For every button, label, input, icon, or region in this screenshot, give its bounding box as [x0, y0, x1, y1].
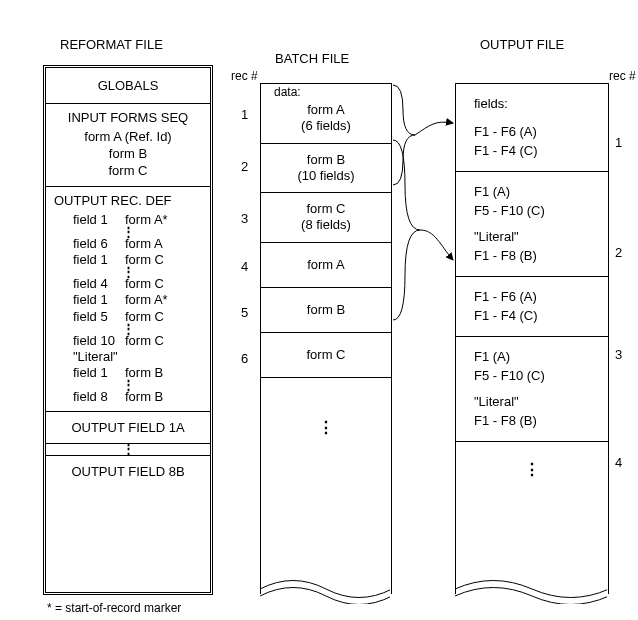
- batch-rec-label: rec #: [231, 69, 258, 83]
- batch-num: 3: [241, 211, 248, 226]
- tear-icon: [260, 574, 390, 604]
- batch-num: 4: [241, 259, 248, 274]
- vdots-icon: ⋮: [54, 381, 202, 389]
- output-title: OUTPUT FILE: [480, 37, 564, 52]
- def-row: field 8form B: [54, 389, 202, 405]
- seq-line: form B: [54, 146, 202, 163]
- output-field-8b: OUTPUT FIELD 8B: [46, 455, 210, 487]
- batch-cell: form C: [261, 333, 391, 378]
- vdots-icon: ⋮: [261, 378, 391, 437]
- out-cell: F1 (A) F5 - F10 (C) "Literal" F1 - F8 (B…: [456, 172, 608, 277]
- tear-icon: [455, 574, 607, 604]
- output-rec-label: rec #: [609, 69, 636, 83]
- batch-cell: form B(10 fields): [261, 144, 391, 194]
- out-num: 1: [615, 135, 622, 150]
- vdots-icon: ⋮: [54, 268, 202, 276]
- batch-num: 6: [241, 351, 248, 366]
- batch-num: 5: [241, 305, 248, 320]
- out-num: 2: [615, 245, 622, 260]
- input-forms-seq: INPUT FORMS SEQ form A (Ref. Id) form B …: [46, 104, 210, 187]
- output-field-1a: OUTPUT FIELD 1A: [46, 412, 210, 444]
- def-row: field 6form A: [54, 236, 202, 252]
- batch-title: BATCH FILE: [275, 51, 349, 66]
- vdots-icon: ⋮: [54, 325, 202, 333]
- def-row: field 10form C: [54, 333, 202, 349]
- batch-cell: form B: [261, 288, 391, 333]
- batch-cell: form C(8 fields): [261, 193, 391, 243]
- batch-cell: form A: [261, 243, 391, 288]
- seq-title: INPUT FORMS SEQ: [54, 110, 202, 125]
- globals-section: GLOBALS: [46, 68, 210, 104]
- def-row: "Literal": [54, 349, 202, 365]
- batch-file-box: form A(6 fields) form B(10 fields) form …: [260, 83, 392, 594]
- output-file-box: fields: F1 - F6 (A) F1 - F4 (C) F1 (A) F…: [455, 83, 609, 594]
- fields-label: fields:: [474, 94, 604, 114]
- footnote: * = start-of-record marker: [47, 601, 181, 615]
- output-rec-def: OUTPUT REC. DEF field 1form A* ⋮ field 6…: [46, 187, 210, 413]
- def-title: OUTPUT REC. DEF: [54, 193, 202, 208]
- vdots-icon: ⋮: [456, 442, 608, 479]
- batch-num: 1: [241, 107, 248, 122]
- out-cell: fields: F1 - F6 (A) F1 - F4 (C): [456, 84, 608, 172]
- out-num: 3: [615, 347, 622, 362]
- def-row: field 1form A*: [54, 292, 202, 308]
- vdots-icon: ⋮: [46, 444, 210, 455]
- batch-cell: form A(6 fields): [261, 84, 391, 144]
- out-num: 4: [615, 455, 622, 470]
- reformat-title: REFORMAT FILE: [60, 37, 163, 52]
- seq-line: form C: [54, 163, 202, 180]
- out-cell: F1 - F6 (A) F1 - F4 (C): [456, 277, 608, 337]
- out-cell: F1 (A) F5 - F10 (C) "Literal" F1 - F8 (B…: [456, 337, 608, 442]
- def-row: field 4form C: [54, 276, 202, 292]
- reformat-file-box: GLOBALS INPUT FORMS SEQ form A (Ref. Id)…: [43, 65, 213, 595]
- vdots-icon: ⋮: [54, 228, 202, 236]
- seq-line: form A (Ref. Id): [54, 129, 202, 146]
- batch-num: 2: [241, 159, 248, 174]
